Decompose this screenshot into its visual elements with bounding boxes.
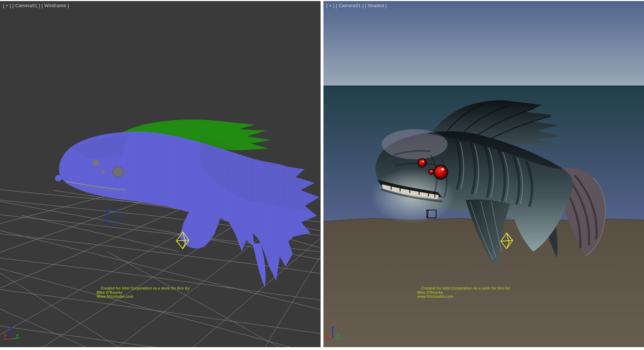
axis-x-label: x: [326, 333, 328, 338]
watermark-line: Created for Intel Corporation as a work …: [421, 286, 511, 291]
fish-eye-tiny-wire: [101, 170, 105, 174]
fish-eye-large-wire: [113, 166, 123, 177]
fish-eye-small-wire: [92, 160, 99, 166]
viewport-wireframe[interactable]: [ + ] [ Camera01 ] [ Wireframe ]: [0, 1, 321, 347]
watermark-line: Mike O'Rourke: [97, 291, 190, 295]
axis-tripod-icon: z x y: [1, 327, 23, 347]
axis-z-label: z: [10, 327, 13, 331]
dual-viewport-stage: [ + ] [ Camera01 ] [ Wireframe ]: [0, 0, 644, 350]
eye-large: [435, 166, 447, 178]
viewport-shaded[interactable]: [ + ] [ Camera01 ] [ Shaded ]: [323, 1, 644, 347]
eye-small: [419, 159, 426, 166]
axis-y-label: y: [337, 332, 340, 337]
axis-y-label: y: [16, 332, 19, 337]
sky: [323, 1, 644, 86]
watermark-line: Created for Intel Corporation as a work …: [101, 286, 190, 291]
viewport-label-wireframe[interactable]: [ + ] [ Camera01 ] [ Wireframe ]: [3, 3, 69, 8]
watermark-line: Www.fritzstudio.com: [97, 295, 190, 299]
viewport-label-shaded[interactable]: [ + ] [ Camera01 ] [ Shaded ]: [326, 3, 387, 8]
eye-tiny: [429, 170, 433, 174]
watermark-right: Created for Intel Corporation as a work …: [417, 286, 511, 299]
axis-tripod-icon: z x y: [324, 327, 346, 347]
axis-z-label: z: [331, 327, 334, 331]
axis-x-label: x: [4, 333, 6, 338]
dummy-helper-box-left[interactable]: [106, 211, 118, 224]
fish-model-wireframe[interactable]: [55, 120, 319, 287]
watermark-line: Mike O'Rourke: [417, 291, 511, 295]
watermark-line: www.fritzstudio.com: [417, 295, 511, 299]
watermark-left: Created for Intel Corporation as a work …: [97, 286, 190, 299]
